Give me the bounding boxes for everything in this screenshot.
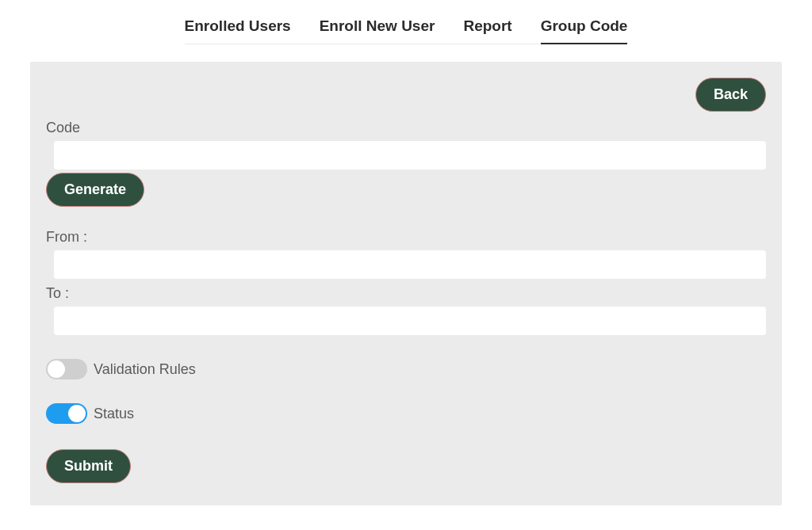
group-code-panel: Back Code Generate From : To : Validatio… bbox=[30, 62, 782, 505]
tab-group-code[interactable]: Group Code bbox=[541, 17, 628, 44]
validation-rules-label: Validation Rules bbox=[94, 361, 196, 378]
from-label: From : bbox=[46, 229, 766, 246]
code-label: Code bbox=[46, 120, 766, 136]
submit-button[interactable]: Submit bbox=[46, 449, 131, 483]
tab-bar: Enrolled Users Enroll New User Report Gr… bbox=[185, 0, 628, 44]
tab-enroll-new-user[interactable]: Enroll New User bbox=[320, 17, 435, 44]
status-label: Status bbox=[94, 406, 134, 422]
to-input[interactable] bbox=[54, 307, 766, 335]
status-toggle[interactable] bbox=[46, 403, 87, 424]
from-input[interactable] bbox=[54, 250, 766, 279]
tab-report[interactable]: Report bbox=[463, 17, 511, 44]
toggle-knob bbox=[68, 405, 86, 422]
to-label: To : bbox=[46, 285, 766, 302]
tab-enrolled-users[interactable]: Enrolled Users bbox=[185, 17, 291, 44]
code-input[interactable] bbox=[54, 141, 766, 170]
generate-button[interactable]: Generate bbox=[46, 173, 144, 207]
toggle-knob bbox=[48, 360, 65, 378]
back-button[interactable]: Back bbox=[695, 78, 766, 112]
validation-rules-toggle[interactable] bbox=[46, 359, 87, 379]
